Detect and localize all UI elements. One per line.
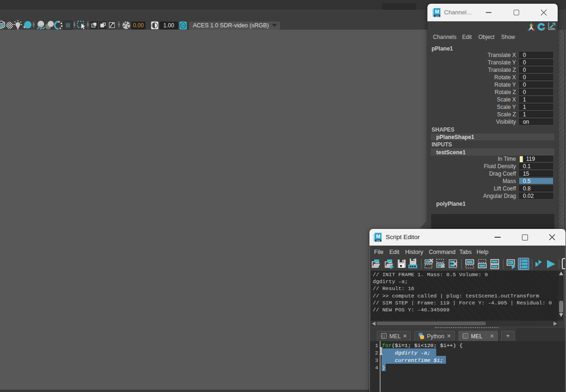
- svg-text:1: 1: [520, 259, 521, 263]
- svg-text:ON: ON: [181, 24, 185, 27]
- svg-text:3: 3: [520, 266, 521, 269]
- svg-text:0.00: 0.00: [133, 22, 144, 29]
- svg-text:AVA: AVA: [376, 240, 380, 242]
- svg-text:ACES 1.0 SDR-video (sRGB): ACES 1.0 SDR-video (sRGB): [193, 22, 269, 29]
- svg-text:1.00: 1.00: [163, 22, 174, 29]
- svg-text:2: 2: [520, 263, 521, 266]
- svg-text:AVA: AVA: [435, 15, 439, 17]
- svg-text:M: M: [435, 9, 439, 14]
- svg-text:M: M: [376, 234, 380, 239]
